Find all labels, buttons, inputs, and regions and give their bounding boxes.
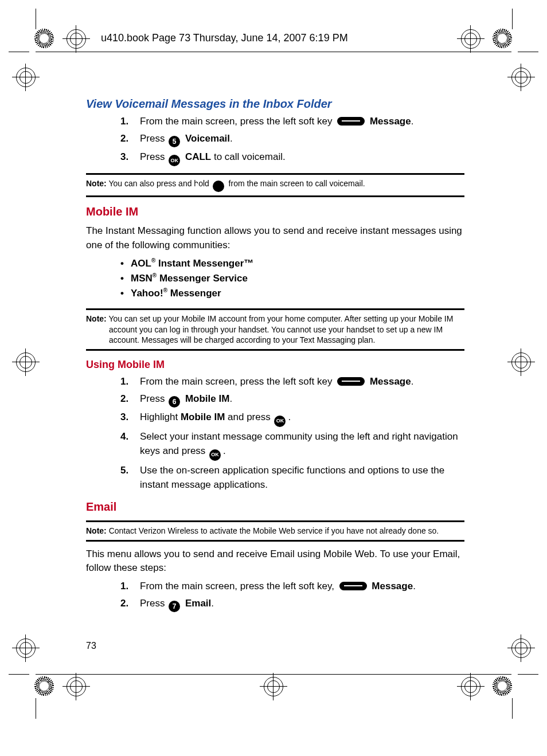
step-bold: Message bbox=[370, 116, 411, 127]
note-rule bbox=[86, 349, 464, 351]
step-bold: Mobile IM bbox=[185, 393, 229, 404]
header-rule bbox=[36, 52, 511, 52]
superscript: ® bbox=[163, 288, 167, 294]
step-item: 1. From the main screen, press the left … bbox=[120, 579, 464, 594]
register-mark-icon bbox=[66, 676, 87, 697]
key-5-icon: 5 bbox=[169, 136, 180, 147]
crop-mark bbox=[36, 9, 36, 29]
footer-rule bbox=[36, 674, 511, 675]
step-text: . bbox=[411, 116, 414, 127]
note-body: Contact Verizon Wireless to activate the… bbox=[107, 526, 439, 535]
softkey-icon bbox=[337, 377, 365, 386]
step-item: 2. Press 6 Mobile IM. bbox=[120, 391, 464, 408]
note-label: Note: bbox=[86, 179, 107, 188]
note-block: Note: Contact Verizon Wireless to activa… bbox=[86, 520, 464, 542]
key-7-icon: 7 bbox=[169, 601, 180, 612]
heading-using-mobile-im: Using Mobile IM bbox=[86, 359, 464, 371]
crop-mark bbox=[36, 698, 36, 719]
crop-mark bbox=[9, 52, 29, 52]
body-paragraph: This menu allows you to send and receive… bbox=[86, 547, 464, 575]
heading-mobile-im: Mobile IM bbox=[86, 205, 464, 218]
note-label: Note: bbox=[86, 314, 107, 323]
bullet-item: MSN® Messenger Service bbox=[120, 271, 464, 286]
body-paragraph: The Instant Messaging function allows yo… bbox=[86, 224, 464, 252]
wheel-icon bbox=[34, 29, 54, 48]
crop-mark bbox=[512, 698, 513, 719]
note-rule bbox=[86, 173, 464, 175]
heading-view-voicemail: View Voicemail Messages in the Inbox Fol… bbox=[86, 97, 464, 111]
steps-list: 1. From the main screen, press the left … bbox=[86, 114, 464, 166]
step-text: Press bbox=[140, 133, 167, 144]
bullet-text: Yahoo! bbox=[131, 288, 163, 299]
steps-list: 1. From the main screen, press the left … bbox=[86, 579, 464, 612]
step-text: From the main screen, press the left sof… bbox=[140, 116, 335, 127]
register-mark-icon bbox=[460, 676, 481, 697]
bullet-text: MSN bbox=[131, 273, 153, 284]
bullet-text: Instant Messenger™ bbox=[155, 258, 253, 269]
step-text: Press bbox=[140, 598, 167, 609]
heading-email: Email bbox=[86, 500, 464, 514]
bullet-item: AOL® Instant Messenger™ bbox=[120, 256, 464, 271]
step-text: and press bbox=[225, 412, 273, 422]
ok-key-icon: OK bbox=[274, 416, 286, 427]
crop-mark bbox=[9, 674, 29, 675]
steps-list: 1. From the main screen, press the left … bbox=[86, 374, 464, 492]
step-text: . bbox=[230, 133, 233, 144]
step-text: . bbox=[411, 376, 414, 387]
register-mark-icon bbox=[66, 29, 87, 49]
register-mark-icon bbox=[15, 67, 36, 88]
note-rule bbox=[86, 195, 464, 197]
step-number: 2. bbox=[120, 131, 128, 146]
note-label: Note: bbox=[86, 526, 107, 535]
step-number: 5. bbox=[120, 463, 128, 478]
book-header: u410.book Page 73 Thursday, June 14, 200… bbox=[97, 32, 351, 44]
note-block: Note: You can set up your Mobile IM acco… bbox=[86, 308, 464, 351]
note-rule bbox=[86, 308, 464, 310]
step-item: 1. From the main screen, press the left … bbox=[120, 114, 464, 129]
step-number: 2. bbox=[120, 596, 128, 611]
register-mark-icon bbox=[15, 352, 36, 373]
note-block: Note: You can also press and hold 1 from… bbox=[86, 173, 464, 197]
note-body: from the main screen to call voicemail. bbox=[229, 179, 365, 188]
ok-key-icon: OK bbox=[209, 449, 221, 461]
bullet-text: AOL bbox=[131, 258, 151, 269]
bullet-list: AOL® Instant Messenger™ MSN® Messenger S… bbox=[86, 256, 464, 301]
page-number: 73 bbox=[86, 641, 96, 651]
wheel-icon bbox=[34, 676, 54, 696]
step-item: 3. Press OK CALL to call voicemail. bbox=[120, 150, 464, 167]
step-bold: Mobile IM bbox=[181, 412, 225, 422]
step-text: From the main screen, press the left sof… bbox=[140, 581, 337, 592]
step-text: From the main screen, press the left sof… bbox=[140, 376, 335, 387]
softkey-icon bbox=[337, 117, 365, 126]
step-number: 2. bbox=[120, 391, 128, 406]
note-rule bbox=[86, 540, 464, 542]
step-text: Select your instant message community us… bbox=[140, 431, 458, 457]
step-text: Highlight bbox=[140, 412, 181, 422]
step-item: 2. Press 5 Voicemail. bbox=[120, 131, 464, 147]
note-text: Note: Contact Verizon Wireless to activa… bbox=[86, 526, 464, 536]
step-item: 1. From the main screen, press the left … bbox=[120, 374, 464, 389]
wheel-icon bbox=[493, 29, 512, 48]
step-text: . bbox=[229, 393, 232, 404]
step-text: Press bbox=[140, 393, 167, 404]
step-text: . bbox=[223, 445, 226, 456]
register-mark-icon bbox=[263, 676, 284, 697]
wheel-icon bbox=[493, 676, 512, 696]
step-bold: CALL bbox=[185, 151, 211, 162]
page-content: View Voicemail Messages in the Inbox Fol… bbox=[86, 92, 464, 614]
step-text: . bbox=[288, 412, 291, 422]
register-mark-icon bbox=[15, 638, 36, 659]
step-text: to call voicemail. bbox=[211, 151, 285, 162]
bullet-item: Yahoo!® Messenger bbox=[120, 286, 464, 301]
note-text: Note: You can also press and hold 1 from… bbox=[86, 178, 464, 192]
register-mark-icon bbox=[511, 352, 532, 373]
step-item: 3. Highlight Mobile IM and press OK. bbox=[120, 410, 464, 427]
ok-key-icon: OK bbox=[169, 155, 180, 166]
bullet-text: Messenger bbox=[167, 288, 221, 299]
step-number: 1. bbox=[120, 374, 128, 389]
step-item: 4. Select your instant message community… bbox=[120, 429, 464, 461]
crop-mark bbox=[518, 52, 538, 52]
key-1-icon: 1 bbox=[213, 181, 224, 192]
step-text: . bbox=[413, 581, 416, 592]
step-number: 3. bbox=[120, 150, 128, 164]
